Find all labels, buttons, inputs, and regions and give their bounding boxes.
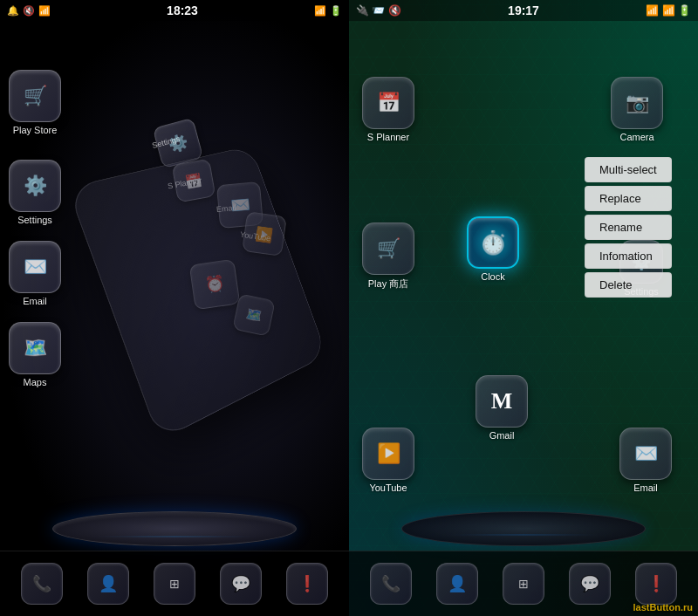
splanner-label: S Planner xyxy=(367,132,409,142)
settings-label: Settings xyxy=(17,215,52,225)
right-panel: 🔌 📨 🔇 19:17 📶 📶 🔋 📅 S Planner 📷 Camera 🛒… xyxy=(349,0,698,616)
left-silent-icon: 🔇 xyxy=(23,5,35,17)
left-dock-messages[interactable]: 💬 xyxy=(220,563,262,605)
left-platform xyxy=(52,511,297,546)
left-dock-apps[interactable]: ⊞ xyxy=(154,563,195,605)
left-app-playstore[interactable]: 🛒 Play Store xyxy=(9,70,61,135)
menu-infomation[interactable]: Infomation xyxy=(585,243,672,269)
left-app-list: 🛒 Play Store ⚙️ Settings ✉️ Email 🗺️ Map… xyxy=(9,70,61,387)
camera-icon[interactable]: 📷 xyxy=(611,77,663,129)
right-app-camera[interactable]: 📷 Camera xyxy=(611,77,663,142)
splanner-icon[interactable]: 📅 xyxy=(362,77,414,129)
playstore-label: Play Store xyxy=(13,125,58,135)
left-status-bar: 🔔 🔇 📶 18:23 📶 🔋 xyxy=(0,0,349,21)
right-usb-icon: 🔌 xyxy=(356,4,369,17)
watermark: lastButton.ru xyxy=(633,602,693,613)
right-notification-icon: 📨 xyxy=(372,4,385,17)
menu-replace[interactable]: Replace xyxy=(585,186,672,211)
clock-icon[interactable]: ⏱️ xyxy=(467,216,519,269)
right-wifi-icon: 📶 xyxy=(646,4,659,17)
left-dock-contacts[interactable]: 👤 xyxy=(87,563,129,605)
email-icon-bubble[interactable]: ✉️ xyxy=(9,241,61,293)
playstore-icon-bubble[interactable]: 🛒 xyxy=(9,70,61,122)
right-dock-contacts[interactable]: 👤 xyxy=(436,563,478,605)
right-battery-icon: 🔋 xyxy=(678,4,691,17)
right-dock-messages[interactable]: 💬 xyxy=(569,563,611,605)
right-platform xyxy=(401,511,646,546)
left-status-icons: 🔔 🔇 📶 xyxy=(7,5,51,17)
left-app-maps[interactable]: 🗺️ Maps xyxy=(9,322,61,387)
right-time: 19:17 xyxy=(508,3,539,17)
right-email-label: Email xyxy=(633,483,658,493)
right-playstore-icon[interactable]: 🛒 xyxy=(362,222,414,275)
right-email-icon[interactable]: ✉️ xyxy=(619,428,672,480)
left-battery-icon: 🔋 xyxy=(330,5,342,17)
clock-label: Clock xyxy=(481,271,505,282)
left-app-settings[interactable]: ⚙️ Settings xyxy=(9,160,61,225)
left-dock: 📞 👤 ⊞ 💬 ❗ xyxy=(0,551,349,616)
right-app-splanner[interactable]: 📅 S Planner xyxy=(362,77,414,142)
menu-multiselect[interactable]: Multi-select xyxy=(585,157,672,182)
right-app-playstore[interactable]: 🛒 Play 商店 xyxy=(362,222,414,291)
left-app-email[interactable]: ✉️ Email xyxy=(9,241,61,306)
right-silent-icon: 🔇 xyxy=(388,4,401,17)
right-app-youtube[interactable]: ▶️ YouTube xyxy=(362,428,414,493)
right-signal-icon: 📶 xyxy=(662,4,675,17)
menu-rename[interactable]: Rename xyxy=(585,215,672,240)
left-dock-phone[interactable]: 📞 xyxy=(21,563,63,605)
maps-label: Maps xyxy=(24,377,47,387)
right-app-gmail[interactable]: M Gmail xyxy=(476,375,528,441)
gmail-label: Gmail xyxy=(489,430,515,441)
right-dock-apps[interactable]: ⊞ xyxy=(503,563,544,605)
settings-icon-bubble[interactable]: ⚙️ xyxy=(9,160,61,212)
email-label: Email xyxy=(23,296,47,306)
left-time: 18:23 xyxy=(167,3,198,17)
right-dock-phone[interactable]: 📞 xyxy=(370,563,412,605)
right-status-icons-right: 📶 📶 🔋 xyxy=(646,4,691,17)
right-playstore-label: Play 商店 xyxy=(368,277,408,291)
context-menu: Multi-select Replace Rename Infomation D… xyxy=(585,157,672,298)
youtube-icon[interactable]: ▶️ xyxy=(362,428,414,480)
right-dock-alert[interactable]: ❗ xyxy=(635,563,677,605)
left-signal-icon: 📶 xyxy=(314,5,326,17)
left-panel: 🔔 🔇 📶 18:23 📶 🔋 ⚙️ Settings 📅 S Planner … xyxy=(0,0,349,616)
left-dock-alert[interactable]: ❗ xyxy=(286,563,328,605)
youtube-label: YouTube xyxy=(369,483,407,493)
maps-icon-bubble[interactable]: 🗺️ xyxy=(9,322,61,374)
gmail-icon[interactable]: M xyxy=(476,375,528,428)
menu-delete[interactable]: Delete xyxy=(585,272,672,298)
right-status-bar: 🔌 📨 🔇 19:17 📶 📶 🔋 xyxy=(349,0,698,21)
camera-label: Camera xyxy=(619,132,654,142)
right-app-email[interactable]: ✉️ Email xyxy=(619,428,672,493)
left-right-status-icons: 📶 🔋 xyxy=(314,5,342,17)
right-status-icons-left: 🔌 📨 🔇 xyxy=(356,4,401,17)
left-wifi-icon: 📶 xyxy=(38,5,51,17)
right-app-clock[interactable]: ⏱️ Clock xyxy=(467,216,519,282)
left-notification-icon: 🔔 xyxy=(7,5,19,17)
